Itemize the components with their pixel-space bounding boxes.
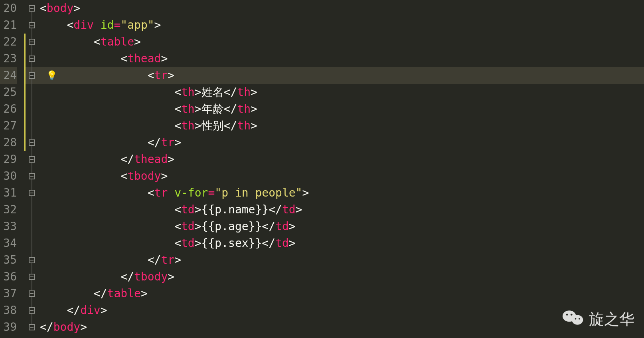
code-line[interactable]: <table> (40, 34, 644, 50)
token-angle: > (289, 220, 296, 233)
fold-toggle-icon[interactable] (29, 324, 35, 330)
svg-point-1 (572, 315, 583, 324)
token-str: "app" (121, 18, 154, 32)
token-angle: < (67, 18, 73, 32)
token-angle: </ (224, 119, 237, 132)
fold-toggle-icon[interactable] (29, 190, 35, 196)
fold-cell[interactable] (24, 268, 40, 285)
fold-cell[interactable] (24, 151, 40, 168)
fold-toggle-icon[interactable] (29, 274, 35, 280)
token-angle: > (174, 136, 181, 149)
indent (40, 153, 121, 166)
line-number: 34 (0, 235, 17, 252)
code-line[interactable]: <thead> (40, 50, 644, 67)
fold-cell[interactable] (24, 0, 40, 17)
fold-cell[interactable] (24, 34, 40, 50)
fold-toggle-icon[interactable] (29, 290, 35, 297)
fold-cell[interactable] (24, 134, 40, 151)
code-line[interactable]: <div id="app"> (40, 17, 644, 34)
token-tag: th (237, 85, 251, 99)
token-angle: </ (224, 102, 237, 115)
code-line[interactable]: <th>姓名</th> (40, 84, 644, 101)
indent (40, 85, 174, 99)
indent (40, 136, 148, 149)
token-tag: td (181, 237, 195, 250)
token-angle: > (195, 119, 201, 132)
fold-toggle-icon[interactable] (29, 5, 35, 12)
token-angle: < (40, 2, 47, 15)
fold-cell[interactable] (24, 17, 40, 34)
code-line[interactable]: <td>{{p.sex}}</td> (40, 235, 644, 252)
wechat-icon (562, 308, 584, 331)
code-line[interactable]: </body> (40, 319, 644, 336)
fold-toggle-icon[interactable] (29, 39, 35, 45)
fold-cell[interactable] (24, 319, 40, 336)
fold-toggle-icon[interactable] (29, 22, 35, 28)
fold-toggle-icon[interactable] (29, 307, 35, 314)
fold-cell[interactable] (24, 285, 40, 302)
code-line[interactable]: <th>性别</th> (40, 117, 644, 134)
code-line[interactable]: <body> (40, 0, 644, 17)
watermark-text: 旋之华 (589, 309, 634, 330)
code-line[interactable]: </thead> (40, 151, 644, 168)
code-line[interactable]: <tr> (40, 67, 644, 84)
token-attr: v-for (174, 186, 208, 199)
code-editor[interactable]: 2021222324252627282930313233343536373839… (0, 0, 644, 338)
code-line[interactable]: <tbody> (40, 168, 644, 185)
lightbulb-icon[interactable]: 💡 (46, 70, 57, 80)
indent (40, 102, 174, 115)
fold-toggle-icon[interactable] (29, 156, 35, 163)
token-tag: tbody (127, 169, 161, 183)
fold-toggle-icon[interactable] (29, 56, 35, 62)
fold-toggle-icon[interactable] (29, 139, 35, 146)
token-tag: table (107, 287, 141, 300)
fold-gutter[interactable] (24, 0, 40, 338)
code-line[interactable]: <th>年龄</th> (40, 101, 644, 117)
indent (40, 237, 174, 250)
token-tag: tbody (134, 270, 168, 283)
fold-cell[interactable] (24, 50, 40, 67)
token-tag: div (80, 304, 101, 317)
token-angle: </ (148, 136, 161, 149)
token-txt: 年龄 (201, 102, 224, 115)
token-angle: < (174, 85, 181, 99)
line-number: 33 (0, 218, 17, 235)
fold-cell[interactable] (24, 302, 40, 319)
token-tag: td (181, 203, 195, 216)
line-number: 28 (0, 134, 17, 151)
fold-cell[interactable] (24, 201, 40, 218)
code-line[interactable]: <td>{{p.name}}</td> (40, 201, 644, 218)
token-angle: </ (269, 203, 282, 216)
code-line[interactable]: </table> (40, 285, 644, 302)
fold-cell[interactable] (24, 101, 40, 117)
fold-cell[interactable] (24, 218, 40, 235)
fold-cell[interactable] (24, 168, 40, 185)
code-line[interactable]: </tr> (40, 134, 644, 151)
code-line[interactable]: </div> (40, 302, 644, 319)
line-number: 26 (0, 101, 17, 117)
line-number: 37 (0, 285, 17, 302)
line-number: 35 (0, 252, 17, 268)
code-line[interactable]: </tbody> (40, 268, 644, 285)
code-line[interactable]: <tr v-for="p in people"> (40, 185, 644, 201)
fold-cell[interactable] (24, 84, 40, 101)
token-txt: {{p.name}} (201, 203, 269, 216)
line-number: 27 (0, 117, 17, 134)
svg-point-2 (566, 314, 568, 316)
line-number: 24 (0, 67, 17, 84)
fold-toggle-icon[interactable] (29, 173, 35, 179)
code-area[interactable]: <body> <div id="app"> <table> <thead> <t… (40, 0, 644, 338)
fold-cell[interactable] (24, 185, 40, 201)
fold-toggle-icon[interactable] (29, 257, 35, 263)
token-op: = (114, 18, 121, 32)
fold-cell[interactable] (24, 67, 40, 84)
token-angle: > (80, 320, 87, 334)
token-str: "p in people" (215, 186, 302, 199)
fold-cell[interactable] (24, 235, 40, 252)
fold-cell[interactable] (24, 117, 40, 134)
token-angle: > (195, 85, 201, 99)
code-line[interactable]: <td>{{p.age}}</td> (40, 218, 644, 235)
code-line[interactable]: </tr> (40, 252, 644, 268)
fold-cell[interactable] (24, 252, 40, 268)
fold-toggle-icon[interactable] (29, 72, 35, 79)
